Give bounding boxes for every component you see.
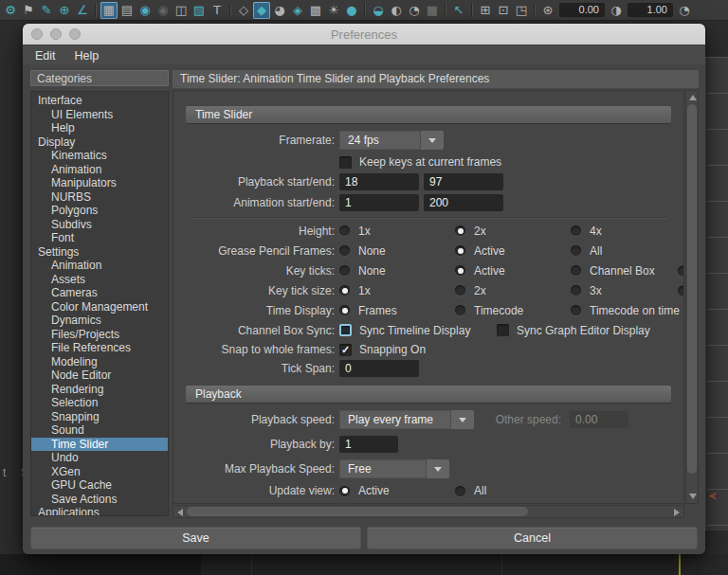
update-view-active-radio[interactable]: Active bbox=[339, 484, 390, 497]
scroll-down-arrow-icon[interactable] bbox=[689, 494, 697, 499]
scroll-left-arrow-icon[interactable] bbox=[177, 509, 183, 516]
window-titlebar[interactable]: Preferences bbox=[23, 24, 705, 45]
sidebar-item-node-editor[interactable]: Node Editor bbox=[31, 368, 168, 383]
sidebar-item-undo[interactable]: Undo bbox=[31, 451, 168, 465]
sidebar-item-display[interactable]: Display bbox=[31, 135, 168, 150]
clipped-edge-icon[interactable]: ◔ bbox=[676, 2, 693, 19]
sidebar-item-cameras[interactable]: Cameras bbox=[31, 286, 168, 300]
sidebar-item-nurbs[interactable]: NURBS bbox=[31, 190, 168, 205]
animation-start-field[interactable]: 1 bbox=[339, 194, 419, 211]
looping-once-radio[interactable]: Once bbox=[339, 501, 386, 504]
close-button[interactable] bbox=[31, 28, 43, 40]
animation-end-field[interactable]: 200 bbox=[424, 194, 503, 211]
sidebar-item-rendering[interactable]: Rendering bbox=[31, 383, 168, 397]
sidebar-item-sound[interactable]: Sound bbox=[31, 423, 168, 438]
sidebar-item-modeling[interactable]: Modeling bbox=[31, 355, 168, 369]
save-button[interactable]: Save bbox=[30, 527, 361, 549]
height-1x-radio[interactable]: 1x bbox=[339, 225, 371, 238]
sidebar-item-dynamics[interactable]: Dynamics bbox=[31, 314, 168, 328]
menu-edit[interactable]: Edit bbox=[35, 49, 56, 63]
sidebar-item-time-slider[interactable]: Time Slider bbox=[31, 438, 168, 452]
max-value-field[interactable]: 1.00 bbox=[628, 3, 673, 17]
zoom-button[interactable] bbox=[69, 28, 81, 40]
cancel-button[interactable]: Cancel bbox=[367, 527, 698, 549]
film-gate-icon[interactable]: ▤ bbox=[118, 2, 136, 19]
looping-continuous-radio[interactable]: Continuous bbox=[571, 501, 647, 504]
max-playback-speed-dropdown[interactable]: Free bbox=[339, 459, 449, 478]
grease-pencil-none-radio[interactable]: None bbox=[339, 244, 386, 258]
resolution-gate-icon[interactable]: ◉ bbox=[136, 2, 154, 19]
copy-icon[interactable]: ⊞ bbox=[477, 2, 494, 19]
sidebar-item-xgen[interactable]: XGen bbox=[31, 465, 168, 479]
sidebar-item-settings[interactable]: Settings bbox=[31, 245, 168, 260]
minimize-button[interactable] bbox=[50, 28, 62, 40]
snapping-on-checkbox[interactable]: ✓Snapping On bbox=[339, 343, 426, 356]
framerate-dropdown-arrow-button[interactable] bbox=[420, 131, 444, 150]
measure-tool-icon[interactable]: ∠ bbox=[74, 2, 91, 19]
playback-end-field[interactable]: 97 bbox=[424, 173, 503, 190]
snap-grid-icon[interactable]: ▦ bbox=[100, 2, 118, 19]
paint-effects-icon[interactable]: ● bbox=[343, 2, 360, 19]
time-display-timecode-radio[interactable]: Timecode bbox=[455, 304, 523, 317]
horizontal-scrollbar[interactable] bbox=[173, 505, 684, 518]
horizontal-scrollbar-thumb[interactable] bbox=[187, 507, 528, 516]
sidebar-item-assets[interactable]: Assets bbox=[31, 273, 168, 287]
height-4x-radio[interactable]: 4x bbox=[571, 225, 602, 238]
playback-start-field[interactable]: 18 bbox=[339, 173, 419, 190]
section-header-time-slider[interactable]: Time Slider bbox=[186, 106, 671, 123]
sidebar-item-save-actions[interactable]: Save Actions bbox=[31, 493, 168, 507]
sidebar-item-kinematics[interactable]: Kinematics bbox=[31, 149, 168, 163]
sync-timeline-display-checkbox[interactable]: Sync Timeline Display bbox=[339, 324, 470, 337]
max-playback-speed-dropdown-arrow-button[interactable] bbox=[426, 459, 449, 478]
text-hud-icon[interactable]: T bbox=[209, 2, 226, 19]
key-ticks-none-radio[interactable]: None bbox=[339, 264, 386, 278]
key-tick-size-clipped-radio[interactable] bbox=[678, 285, 684, 296]
image-plane-icon[interactable]: ▨ bbox=[191, 2, 208, 19]
arc-icon[interactable]: ◔ bbox=[406, 2, 423, 19]
time-display-timecode-on-time-radio[interactable]: Timecode on time bbox=[571, 304, 680, 317]
scroll-up-arrow-icon[interactable] bbox=[689, 95, 697, 100]
textured-cube-icon[interactable]: ◈ bbox=[289, 2, 306, 19]
lighting-icon[interactable]: ☀ bbox=[325, 2, 342, 19]
looping-oscillate-radio[interactable]: Oscillate bbox=[455, 501, 518, 504]
field-chart-icon[interactable]: ◫ bbox=[173, 2, 190, 19]
pan-zoom-tool-icon[interactable]: ⊕ bbox=[56, 2, 73, 19]
sync-graph-editor-checkbox[interactable]: Sync Graph Editor Display bbox=[497, 324, 650, 337]
time-display-frames-radio[interactable]: Frames bbox=[339, 304, 397, 317]
textured-sphere-icon[interactable]: ◕ bbox=[271, 2, 288, 19]
sidebar-item-subdivs[interactable]: Subdivs bbox=[31, 218, 168, 232]
sidebar-item-polygons[interactable]: Polygons bbox=[31, 204, 168, 218]
sidebar-item-animation[interactable]: Animation bbox=[31, 259, 168, 273]
gate-mask-icon[interactable]: ◉ bbox=[155, 2, 172, 19]
sidebar-item-gpu-cache[interactable]: GPU Cache bbox=[31, 478, 168, 493]
sidebar-item-interface[interactable]: Interface bbox=[31, 94, 168, 108]
key-ticks-clipped-radio[interactable] bbox=[678, 265, 684, 276]
sidebar-item-manipulators[interactable]: Manipulators bbox=[31, 176, 168, 190]
key-ticks-channel-box-radio[interactable]: Channel Box bbox=[571, 264, 655, 278]
playback-speed-dropdown-arrow-button[interactable] bbox=[450, 410, 474, 429]
keep-keys-checkbox[interactable]: Keep keys at current frames bbox=[339, 155, 501, 169]
bookmark-icon[interactable]: ⚑ bbox=[20, 2, 37, 19]
scroll-right-arrow-icon[interactable] bbox=[674, 509, 680, 516]
sidebar-item-files-projects[interactable]: Files/Projects bbox=[31, 328, 168, 342]
tick-span-field[interactable]: 0 bbox=[339, 360, 419, 377]
sidebar-item-help[interactable]: Help bbox=[31, 121, 168, 135]
motion-blur-icon[interactable]: ◐ bbox=[388, 2, 405, 19]
playback-speed-dropdown[interactable]: Play every frame bbox=[339, 410, 474, 429]
grease-pencil-active-radio[interactable]: Active bbox=[455, 244, 505, 258]
select-cursor-icon[interactable]: ↖ bbox=[450, 2, 467, 19]
playback-by-field[interactable]: 1 bbox=[339, 436, 398, 453]
grease-pencil-all-radio[interactable]: All bbox=[571, 244, 602, 258]
height-2x-radio[interactable]: 2x bbox=[455, 225, 486, 238]
shaded-cube-icon[interactable]: ◆ bbox=[253, 2, 270, 19]
key-tick-size-1x-radio[interactable]: 1x bbox=[339, 284, 371, 297]
key-tick-size-2x-radio[interactable]: 2x bbox=[455, 284, 486, 297]
wireframe-cube-icon[interactable]: ◇ bbox=[235, 2, 252, 19]
update-view-all-radio[interactable]: All bbox=[455, 484, 486, 497]
sidebar-item-animation[interactable]: Animation bbox=[31, 163, 168, 177]
key-ticks-active-radio[interactable]: Active bbox=[455, 264, 505, 278]
brush-tool-icon[interactable]: ✎ bbox=[38, 2, 55, 19]
vertical-scrollbar[interactable] bbox=[685, 90, 699, 504]
checker-sphere-icon[interactable]: ▩ bbox=[307, 2, 324, 19]
sidebar-item-selection[interactable]: Selection bbox=[31, 396, 168, 410]
